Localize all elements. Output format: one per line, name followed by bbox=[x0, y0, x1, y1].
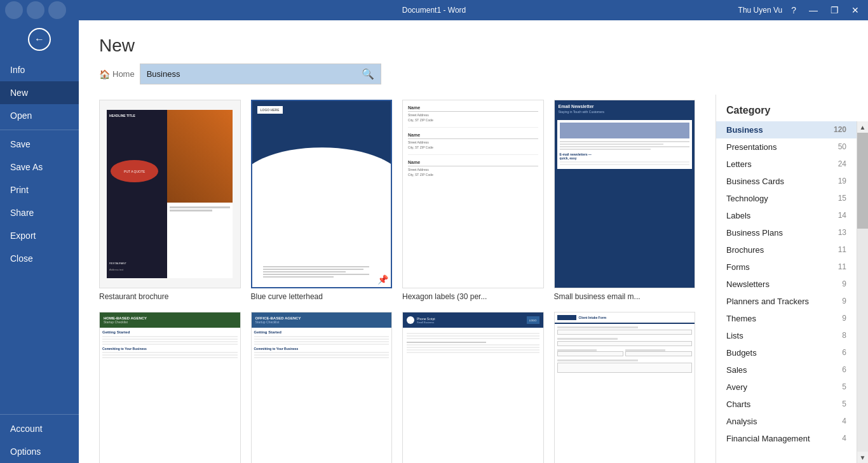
templates-grid: HEADLINE TITLE PUT A QUOTE RESTAURANT Ad… bbox=[79, 95, 715, 463]
category-item-presentations[interactable]: Presentations 50 bbox=[716, 138, 857, 156]
help-button[interactable]: ? bbox=[787, 4, 800, 16]
category-header: Category bbox=[716, 95, 868, 121]
category-item-forms[interactable]: Forms 11 bbox=[716, 258, 857, 276]
sidebar-item-close[interactable]: Close bbox=[0, 247, 79, 270]
category-item-brochures[interactable]: Brochures 11 bbox=[716, 241, 857, 258]
sidebar-item-print[interactable]: Print bbox=[0, 178, 79, 201]
window-title: Document1 - Word bbox=[402, 6, 466, 15]
sidebar-item-options[interactable]: Options bbox=[0, 440, 79, 463]
sidebar-bottom: Account Options bbox=[0, 412, 79, 463]
template-preview-hexagon: Name Street Address City, ST ZIP Code Na… bbox=[402, 100, 544, 288]
scroll-up-button[interactable]: ▲ bbox=[857, 121, 868, 133]
titlebar: Document1 - Word Thu Uyen Vu ? — ❐ ✕ bbox=[0, 0, 868, 20]
sidebar-back[interactable]: ← bbox=[0, 20, 79, 58]
sidebar-item-export[interactable]: Export bbox=[0, 224, 79, 247]
template-email-newsletter[interactable]: Email Newsletter Staying in Touch with C… bbox=[554, 100, 696, 302]
user-name: Thu Uyen Vu bbox=[738, 6, 783, 15]
category-item-business-cards[interactable]: Business Cards 19 bbox=[716, 173, 857, 190]
template-name-blue-curve: Blue curve letterhead bbox=[251, 292, 393, 302]
sidebar-item-open[interactable]: Open bbox=[0, 104, 79, 127]
category-item-business-plans[interactable]: Business Plans 13 bbox=[716, 224, 857, 241]
sidebar-item-account[interactable]: Account bbox=[0, 417, 79, 440]
category-item-financial[interactable]: Financial Management 4 bbox=[716, 430, 857, 447]
templates-wrapper: HEADLINE TITLE PUT A QUOTE RESTAURANT Ad… bbox=[79, 95, 868, 463]
search-input-wrap: 🔍 bbox=[140, 64, 381, 84]
category-item-avery[interactable]: Avery 5 bbox=[716, 379, 857, 396]
template-name-restaurant: Restaurant brochure bbox=[99, 292, 241, 302]
sidebar-item-new[interactable]: New bbox=[0, 81, 79, 104]
category-item-analysis[interactable]: Analysis 4 bbox=[716, 413, 857, 430]
scrollbar-thumb[interactable] bbox=[857, 133, 868, 229]
sidebar: ← Info New Open Save Save As Print bbox=[0, 20, 79, 463]
template-home-biz[interactable]: HOME-BASED AGENCY Startup Checklist Gett… bbox=[99, 312, 241, 463]
category-panel: Category Business 120 Presentations 50 L… bbox=[715, 95, 868, 463]
category-item-letters[interactable]: Letters 24 bbox=[716, 156, 857, 173]
sidebar-item-save[interactable]: Save bbox=[0, 133, 79, 156]
sidebar-divider-1 bbox=[0, 130, 79, 130]
template-client-intake[interactable]: Client Intake Form bbox=[554, 312, 696, 463]
category-item-labels[interactable]: Labels 14 bbox=[716, 207, 857, 224]
home-link[interactable]: 🏠 Home bbox=[99, 69, 135, 79]
minimize-button[interactable]: — bbox=[805, 4, 822, 16]
sidebar-divider-2 bbox=[0, 414, 79, 415]
template-name-hexagon: Hexagon labels (30 per... bbox=[402, 292, 544, 302]
template-biz-startup[interactable]: OFFICE-BASED AGENCY Startup Checklist Ge… bbox=[251, 312, 393, 463]
word-icon-3 bbox=[48, 1, 66, 19]
template-preview-blue-curve: LOGO HERE 📌 bbox=[251, 100, 393, 288]
sidebar-item-info[interactable]: Info bbox=[0, 58, 79, 81]
category-item-technology[interactable]: Technology 15 bbox=[716, 190, 857, 207]
sidebar-nav: Info New Open Save Save As Print Share bbox=[0, 58, 79, 270]
template-blue-curve[interactable]: LOGO HERE 📌 Blue curve bbox=[251, 100, 393, 302]
maximize-button[interactable]: ❐ bbox=[827, 4, 843, 16]
category-item-business[interactable]: Business 120 bbox=[716, 121, 857, 138]
category-scroll[interactable]: Business 120 Presentations 50 Letters 24 bbox=[716, 121, 857, 463]
word-icon-1 bbox=[5, 1, 23, 19]
template-preview-client: Client Intake Form bbox=[554, 312, 696, 463]
sidebar-item-save-as[interactable]: Save As bbox=[0, 156, 79, 178]
search-bar: 🏠 Home 🔍 bbox=[79, 64, 868, 95]
scroll-down-button[interactable]: ▼ bbox=[857, 452, 868, 463]
template-preview-email: Email Newsletter Staying in Touch with C… bbox=[554, 100, 696, 288]
close-button[interactable]: ✕ bbox=[848, 4, 863, 16]
category-item-planners[interactable]: Planners and Trackers 9 bbox=[716, 293, 857, 310]
category-item-lists[interactable]: Lists 8 bbox=[716, 327, 857, 344]
template-phone-script[interactable]: Phone Script Small Business LOGO bbox=[402, 312, 544, 463]
category-item-charts[interactable]: Charts 5 bbox=[716, 396, 857, 413]
scrollbar-track: ▲ ▼ bbox=[857, 121, 868, 463]
template-name-email: Small business email m... bbox=[554, 292, 696, 302]
template-restaurant-brochure[interactable]: HEADLINE TITLE PUT A QUOTE RESTAURANT Ad… bbox=[99, 100, 241, 302]
home-icon: 🏠 bbox=[99, 69, 110, 79]
scrollbar-thumb-area bbox=[857, 133, 868, 452]
category-item-sales[interactable]: Sales 6 bbox=[716, 361, 857, 379]
pin-icon-blue-curve: 📌 bbox=[377, 274, 388, 285]
template-preview-home-biz: HOME-BASED AGENCY Startup Checklist Gett… bbox=[99, 312, 241, 463]
search-input[interactable] bbox=[140, 65, 355, 83]
category-item-themes[interactable]: Themes 9 bbox=[716, 310, 857, 327]
template-hexagon-labels[interactable]: Name Street Address City, ST ZIP Code Na… bbox=[402, 100, 544, 302]
search-button[interactable]: 🔍 bbox=[355, 64, 381, 84]
sidebar-item-share[interactable]: Share bbox=[0, 201, 79, 224]
app-body: ← Info New Open Save Save As Print bbox=[0, 20, 868, 463]
category-item-newsletters[interactable]: Newsletters 9 bbox=[716, 276, 857, 293]
word-icon-2 bbox=[27, 1, 44, 19]
main-content: New 🏠 Home 🔍 bbox=[79, 20, 868, 463]
page-title: New bbox=[79, 20, 868, 64]
back-button[interactable]: ← bbox=[28, 28, 51, 51]
category-item-budgets[interactable]: Budgets 6 bbox=[716, 344, 857, 361]
template-preview-restaurant: HEADLINE TITLE PUT A QUOTE RESTAURANT Ad… bbox=[99, 100, 241, 288]
template-preview-biz-startup: OFFICE-BASED AGENCY Startup Checklist Ge… bbox=[251, 312, 393, 463]
template-preview-phone: Phone Script Small Business LOGO bbox=[402, 312, 544, 463]
